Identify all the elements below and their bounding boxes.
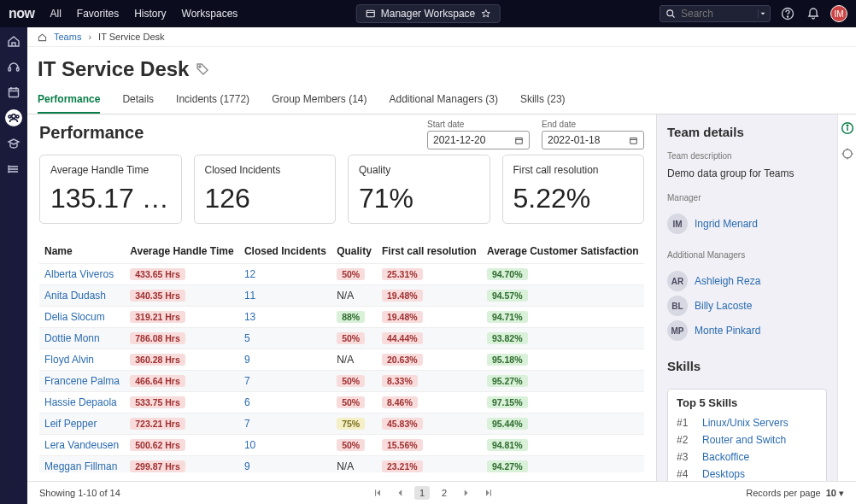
skill-link[interactable]: Router and Switch	[702, 434, 786, 446]
calendar-icon[interactable]	[5, 84, 22, 101]
teams-icon[interactable]	[5, 109, 22, 126]
acs-pill: 94.57%	[487, 290, 528, 302]
svg-point-15	[9, 115, 11, 118]
closed-link[interactable]: 9	[244, 354, 250, 366]
avatar[interactable]: IM	[830, 5, 847, 22]
desc-value: Demo data group for Teams	[667, 167, 827, 179]
closed-link[interactable]: 6	[244, 396, 250, 408]
skill-rank: #3	[677, 451, 694, 463]
breadcrumb-home-icon[interactable]	[38, 32, 47, 42]
closed-link[interactable]: 7	[244, 375, 250, 387]
quality-pill: 50%	[337, 268, 365, 280]
member-link[interactable]: Leif Pepper	[44, 418, 97, 430]
target-icon[interactable]	[841, 147, 854, 161]
end-date-input[interactable]: 2022-01-18	[542, 131, 644, 149]
page-first-icon[interactable]	[370, 485, 385, 501]
skill-link[interactable]: Backoffice	[702, 451, 749, 463]
aht-pill: 466.64 Hrs	[130, 375, 185, 387]
closed-link[interactable]: 10	[244, 439, 255, 451]
help-icon[interactable]	[779, 5, 796, 22]
aht-pill: 340.35 Hrs	[130, 290, 185, 302]
chevron-right-icon: ›	[88, 32, 91, 42]
svg-point-30	[847, 125, 847, 126]
quality-pill: 50%	[337, 332, 365, 344]
member-link[interactable]: Meggan Fillman	[44, 460, 117, 472]
tab-group-members[interactable]: Group Members (14)	[272, 86, 366, 114]
member-link[interactable]: Alberta Viveros	[44, 268, 114, 280]
member-link[interactable]: Dottie Monn	[44, 332, 100, 344]
top-skills-title: Top 5 Skills	[677, 396, 818, 409]
search-dropdown[interactable]	[758, 9, 767, 18]
list-icon[interactable]	[5, 161, 22, 178]
learn-icon[interactable]	[5, 135, 22, 152]
star-icon[interactable]	[480, 9, 490, 19]
member-link[interactable]: Floyd Alvin	[44, 354, 94, 366]
closed-link[interactable]: 7	[244, 418, 250, 430]
skill-row: #4Desktops	[677, 466, 818, 481]
nav-history[interactable]: History	[134, 8, 166, 20]
page-prev-icon[interactable]	[392, 485, 407, 501]
member-link[interactable]: Lera Vandeusen	[44, 439, 119, 451]
member-link[interactable]: Hassie Depaola	[44, 396, 117, 408]
manager-label: Manager	[667, 193, 827, 202]
acs-pill: 94.71%	[487, 311, 528, 323]
col-header[interactable]: Closed Incidents	[239, 239, 331, 264]
member-link[interactable]: Delia Slocum	[44, 311, 105, 323]
closed-link[interactable]: 9	[244, 460, 250, 472]
card-label: Quality	[359, 164, 479, 176]
tab-skills[interactable]: Skills (23)	[520, 86, 566, 114]
col-header[interactable]: Quality	[331, 239, 377, 264]
info-icon[interactable]	[841, 121, 854, 135]
records-label: Records per page	[746, 488, 820, 498]
tag-icon[interactable]	[196, 62, 209, 76]
tab-incidents[interactable]: Incidents (1772)	[176, 86, 249, 114]
tab-performance[interactable]: Performance	[38, 86, 100, 114]
nav-workspaces[interactable]: Workspaces	[182, 8, 238, 20]
skill-link[interactable]: Desktops	[702, 468, 745, 480]
nav-favorites[interactable]: Favorites	[77, 8, 119, 20]
manager-person: IM Ingrid Menard	[667, 214, 827, 234]
search-input-wrap[interactable]	[660, 5, 771, 22]
fcr-pill: 15.56%	[382, 439, 423, 451]
col-header[interactable]: First call resolution	[377, 239, 482, 264]
search-input[interactable]	[681, 8, 749, 20]
manager-name[interactable]: Ingrid Menard	[695, 218, 758, 230]
workspace-pill[interactable]: Manager Workspace	[356, 4, 501, 23]
tab-additional-managers[interactable]: Additional Managers (3)	[390, 86, 498, 114]
col-header[interactable]: Name	[39, 239, 125, 264]
manager-name[interactable]: Monte Pinkard	[695, 325, 760, 337]
manager-name[interactable]: Billy Lacoste	[695, 300, 752, 312]
svg-line-4	[672, 15, 674, 17]
nav-all[interactable]: All	[50, 8, 62, 20]
member-link[interactable]: Francene Palma	[44, 375, 120, 387]
bell-icon[interactable]	[805, 5, 822, 22]
svg-point-23	[199, 66, 201, 67]
breadcrumb-teams[interactable]: Teams	[54, 32, 81, 42]
headset-icon[interactable]	[5, 58, 22, 75]
closed-link[interactable]: 13	[244, 311, 255, 323]
page-next-icon[interactable]	[459, 485, 474, 501]
manager-name[interactable]: Ashleigh Reza	[695, 275, 760, 287]
col-header[interactable]: Average Customer Satisfaction	[482, 239, 644, 264]
acs-pill: 94.27%	[487, 460, 528, 472]
closed-link[interactable]: 11	[244, 290, 255, 302]
start-date-value: 2021-12-20	[433, 134, 485, 146]
page-last-icon[interactable]	[481, 485, 496, 501]
closed-link[interactable]: 12	[244, 268, 255, 280]
closed-link[interactable]: 5	[244, 332, 250, 344]
end-date-value: 2022-01-18	[548, 134, 600, 146]
records-select[interactable]: 10 ▾	[826, 488, 844, 499]
start-date-input[interactable]: 2021-12-20	[427, 131, 530, 149]
table-row: Leif Pepper723.21 Hrs775%45.83%95.44%	[39, 413, 644, 435]
home-icon[interactable]	[5, 32, 22, 50]
page-2[interactable]: 2	[437, 486, 452, 500]
start-date-label: Start date	[427, 120, 530, 129]
page-1[interactable]: 1	[414, 486, 430, 500]
skill-link[interactable]: Linux/Unix Servers	[702, 417, 789, 429]
svg-point-21	[9, 168, 9, 169]
svg-rect-0	[366, 10, 374, 17]
col-header[interactable]: Average Handle Time	[125, 239, 239, 264]
quality-pill: 75%	[337, 418, 365, 430]
tab-details[interactable]: Details	[122, 86, 154, 114]
member-link[interactable]: Anita Dudash	[44, 290, 106, 302]
